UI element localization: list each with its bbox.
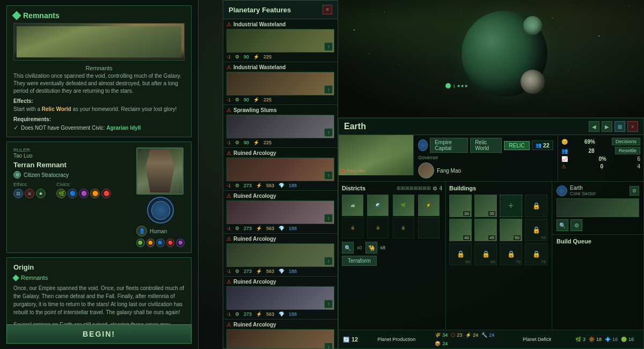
ethic-icon-3[interactable]: ★ [36, 189, 46, 198]
lock-icon-6: 🔒 [532, 250, 540, 258]
terraform-button[interactable]: Terraform [342, 256, 377, 266]
stat-energy-7: 563 [266, 311, 274, 317]
civic-icon-3[interactable]: 🟣 [79, 189, 89, 198]
district-slot-4[interactable]: ⚡ [418, 195, 440, 216]
moon-sphere [521, 70, 545, 94]
civic-icon-4[interactable]: 🟠 [90, 189, 100, 198]
warning-icon-2: ⚠ [226, 64, 231, 70]
effects-label: Effects: [13, 98, 185, 104]
stat-minus-7: -1 [226, 311, 231, 317]
trait-icon-4[interactable]: 🔴 [166, 239, 175, 247]
deficit-1-group: 🌿 3 [575, 337, 586, 342]
stat-energy-icon-7: ⚡ [256, 311, 262, 317]
stat-energy-icon-2: ⚡ [253, 97, 259, 102]
stat-energy-icon-3: ⚡ [253, 140, 259, 145]
sector-settings-button[interactable]: ⚙ [630, 186, 639, 196]
lock-icon-4: 🔒 [482, 250, 490, 258]
begin-button[interactable]: BEGIN! [6, 324, 192, 344]
happiness-row: 😊 69% Decisions [561, 138, 640, 145]
species-label: Human [150, 228, 167, 234]
stat-pop-icon-3: ⚙ [235, 140, 239, 145]
lock-icon-2: 🔒 [532, 226, 540, 234]
features-close-button[interactable]: × [323, 5, 332, 14]
trait-icon-2[interactable]: 🟠 [147, 239, 155, 247]
district-slot-2[interactable]: 🌊 [367, 195, 389, 216]
prod-time-value: 12 [352, 336, 358, 343]
civilization-name: Terran Remnant [13, 161, 131, 169]
sector-action-2[interactable]: ⚙ [570, 219, 582, 231]
stat-extra-icon-4: 💎 [279, 183, 284, 188]
stat-pop-icon-6: ⚙ [235, 269, 239, 274]
civic-icon-1[interactable]: 🌿 [56, 189, 66, 198]
trait-icon-5[interactable]: 🟣 [176, 239, 185, 247]
building-slot-6[interactable]: 45 [474, 219, 497, 241]
species-icon: 👤 [136, 226, 147, 236]
district-color-7: 🔒 [393, 218, 414, 238]
deficit-values: 🌿 3 🔆 18 💠 16 🟢 16 [575, 337, 639, 342]
feature-stats-7: -1 ⚙ 273 ⚡ 563 💎 188 [226, 311, 334, 317]
prod-consumer-val: 24 [442, 341, 448, 346]
feature-item-3: ⚠ Sprawling Slums ↑ -1 ⚙ 90 ⚡ 225 [223, 105, 338, 148]
civic-icon-2[interactable]: 🔵 [68, 189, 77, 198]
stat-pop-icon-4: ⚙ [235, 183, 239, 188]
buildings-title: Buildings [449, 185, 476, 191]
ethics-civics: Ethics: ⚖ ⚔ ★ Civics: 🌿 🔵 🟣 🟠 🔴 [13, 182, 131, 198]
decisions-button[interactable]: Decisions [612, 138, 640, 145]
stat-energy-6: 563 [266, 269, 274, 274]
building-slot-2[interactable]: 35 [474, 195, 497, 217]
growth-row: 📈 0% 6 [561, 156, 640, 162]
star [369, 53, 369, 54]
district-slot-3[interactable]: 🌿 [393, 195, 414, 216]
ethic-icon-1[interactable]: ⚖ [13, 189, 23, 198]
stat-pop-2: 90 [244, 97, 249, 102]
building-slot-5[interactable]: 40 [449, 219, 472, 241]
district-color-1: 🏙 [342, 195, 363, 216]
building-slot-3-add[interactable]: + [500, 195, 522, 217]
unit-label: 1 ★★★ [453, 84, 468, 88]
warning-icon-5: ⚠ [226, 193, 231, 199]
warning-icon-4: ⚠ [226, 150, 231, 156]
next-planet-button[interactable]: ▶ [602, 121, 612, 132]
star [399, 64, 400, 65]
civic-icon-5[interactable]: 🔴 [101, 189, 111, 198]
building-slot-4-locked: 🔒 ... [525, 195, 547, 217]
building-slot-12-locked: 🔒 75 [525, 243, 547, 265]
origin-card: Remnants Remnants This civilization once… [6, 5, 192, 137]
stat-energy-2: 225 [264, 97, 272, 102]
warning-icon-1: ⚠ [226, 21, 231, 27]
ruler-sub: Tao Luo [13, 153, 131, 159]
stat-pop-icon-7: ⚙ [235, 311, 239, 317]
ethic-icon-2[interactable]: ⚔ [25, 189, 34, 198]
prev-planet-button[interactable]: ◀ [589, 121, 599, 132]
feature-stats-6: -1 ⚙ 273 ⚡ 563 💎 188 [226, 269, 334, 274]
stat-minus-2: -1 [226, 97, 231, 102]
stat-pop-1: 90 [244, 54, 249, 60]
building-slot-1[interactable]: 30 [449, 195, 472, 217]
close-planet-button[interactable]: × [627, 121, 638, 132]
lock-icon-5: 🔒 [507, 250, 515, 258]
diamond-icon [12, 11, 21, 20]
lock-icon-1: 🔒 [532, 202, 540, 210]
caravan-icon: 🐪 [365, 242, 377, 254]
stat-minus-1: -1 [226, 54, 231, 60]
trait-icon-1[interactable]: 🟢 [136, 239, 145, 247]
feature-name-3: Sprawling Slums [233, 107, 277, 113]
feature-stats-3: -1 ⚙ 90 ⚡ 225 [226, 140, 334, 145]
scout-count-x8: x8 [380, 245, 386, 250]
feature-image-3: ↑ [226, 115, 334, 138]
district-slot-1[interactable]: 🏙 [342, 195, 363, 216]
feature-header-1: ⚠ Industrial Wasteland [226, 21, 334, 27]
prod-alloys-val: 24 [489, 332, 494, 338]
goto-planet-button[interactable]: ⊞ [614, 121, 625, 132]
prod-minerals-group: ⬡ 23 [451, 332, 462, 338]
warning-icon-3: ⚠ [226, 107, 231, 113]
trait-icon-3[interactable]: 🔵 [156, 239, 165, 247]
sector-action-1[interactable]: 🔍 [557, 219, 568, 231]
star [598, 35, 599, 36]
building-num-locked-2: 55 [541, 235, 546, 240]
scout-button[interactable]: 🔍 [342, 242, 354, 254]
resettle-button[interactable]: Resettle [615, 147, 640, 154]
building-slot-11-locked: 🔒 70 [500, 243, 522, 265]
building-slot-7[interactable]: 50 [500, 219, 522, 241]
star [568, 70, 568, 71]
